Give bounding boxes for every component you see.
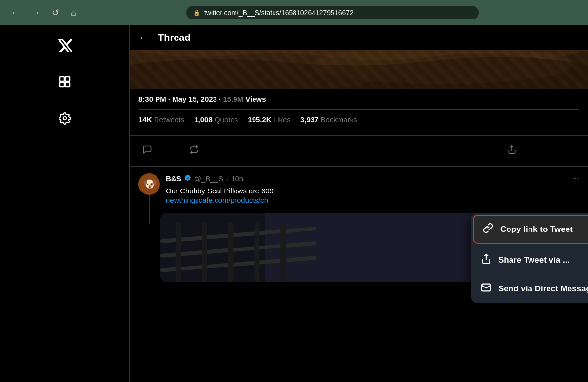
back-button[interactable]: ← xyxy=(8,6,22,20)
svg-rect-0 xyxy=(60,77,64,81)
svg-rect-15 xyxy=(202,223,207,282)
send-dm-menu-item[interactable]: Send via Direct Message xyxy=(471,274,588,303)
reply-action[interactable] xyxy=(138,141,156,161)
svg-rect-3 xyxy=(65,82,70,87)
thread-header: ← Thread xyxy=(130,25,588,50)
sidebar-explore-icon[interactable] xyxy=(54,71,76,93)
main-layout: ← Thread 8:30 PM · May 15, 2023 · 15.9M … xyxy=(0,25,588,382)
thread-line xyxy=(149,195,150,224)
tweet-actions xyxy=(130,136,588,166)
verified-badge xyxy=(184,174,191,183)
sidebar-settings-icon[interactable] xyxy=(54,107,76,130)
svg-rect-5 xyxy=(130,50,588,89)
svg-point-4 xyxy=(63,117,66,120)
author-handle: @_B__S xyxy=(194,174,223,183)
avatar: 🐶 xyxy=(138,173,160,195)
svg-rect-17 xyxy=(255,223,260,282)
copy-link-menu-item[interactable]: Copy link to Tweet xyxy=(473,215,588,244)
home-button[interactable]: ⌂ xyxy=(68,6,79,20)
forward-button[interactable]: → xyxy=(28,6,43,20)
reply-link[interactable]: newthingscafe.com/products/ch xyxy=(166,196,579,205)
context-menu: Copy link to Tweet Share Tweet via ... xyxy=(471,213,588,303)
share-tweet-menu-item[interactable]: Share Tweet via ... xyxy=(471,246,588,274)
author-line: B&S @_B__S · 10h ··· xyxy=(166,173,579,184)
quotes-stat: 1,008 Quotes xyxy=(194,115,238,124)
share-tweet-icon xyxy=(481,253,491,267)
likes-stat: 195.2K Likes xyxy=(248,115,291,124)
tweet-time-ago: 10h xyxy=(231,174,243,183)
reply-text: Our Chubby Seal Pillows are 609 xyxy=(166,186,579,196)
browser-chrome: ← → ↺ ⌂ 🔒 twitter.com/_B__S/status/16581… xyxy=(0,0,588,25)
more-options-button[interactable]: ··· xyxy=(572,173,579,184)
svg-rect-18 xyxy=(280,223,286,282)
svg-rect-16 xyxy=(228,223,234,282)
bookmarks-stat: 3,937 Bookmarks xyxy=(300,115,357,124)
tweet-image xyxy=(130,50,588,89)
tweet-timestamp: 8:30 PM · May 15, 2023 · 15.9M Views xyxy=(138,95,579,103)
copy-link-icon xyxy=(483,223,493,236)
svg-rect-1 xyxy=(65,77,70,81)
content-area: ← Thread 8:30 PM · May 15, 2023 · 15.9M … xyxy=(129,25,588,382)
lock-icon: 🔒 xyxy=(193,9,200,16)
svg-point-7 xyxy=(312,50,572,84)
address-bar[interactable]: 🔒 twitter.com/_B__S/status/1658102641279… xyxy=(186,6,479,19)
svg-rect-2 xyxy=(60,82,64,87)
tweet-stats: 14K Retweets 1,008 Quotes 195.2K Likes 3… xyxy=(138,109,579,130)
reply-tweet: 🐶 B&S @_B__S · 10h ··· Our Chubby Seal P… xyxy=(130,167,588,211)
url-text: twitter.com/_B__S/status/165810264127951… xyxy=(204,9,353,17)
reply-tweet-content: B&S @_B__S · 10h ··· Our Chubby Seal Pil… xyxy=(166,173,579,205)
share-tweet-label: Share Tweet via ... xyxy=(498,255,569,265)
author-name: B&S xyxy=(166,174,181,183)
tweet-meta: 8:30 PM · May 15, 2023 · 15.9M Views 14K… xyxy=(130,89,588,136)
copy-link-label: Copy link to Tweet xyxy=(500,225,573,234)
reload-button[interactable]: ↺ xyxy=(49,5,62,20)
retweets-stat: 14K Retweets xyxy=(138,115,184,124)
back-arrow-button[interactable]: ← xyxy=(138,32,148,43)
send-dm-label: Send via Direct Message xyxy=(498,284,588,294)
svg-point-6 xyxy=(130,50,390,89)
sidebar-twitter-logo[interactable] xyxy=(53,34,77,57)
sidebar xyxy=(0,25,129,382)
share-action[interactable] xyxy=(503,141,521,161)
thread-title: Thread xyxy=(158,32,191,43)
retweet-action[interactable] xyxy=(185,141,203,161)
send-dm-icon xyxy=(481,282,491,295)
svg-rect-14 xyxy=(176,223,181,282)
